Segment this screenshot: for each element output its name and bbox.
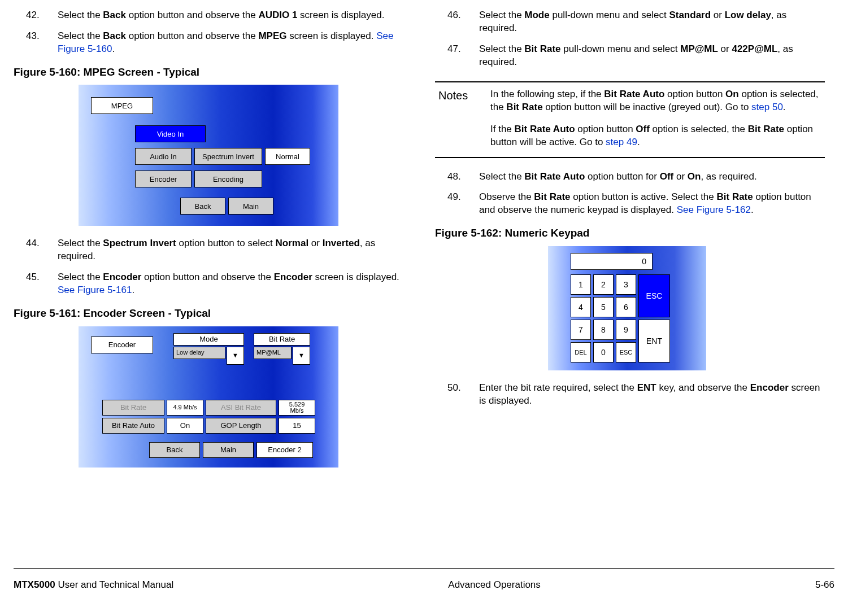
keypad-esc-small[interactable]: ESC [616, 342, 636, 362]
keypad-4[interactable]: 4 [571, 297, 591, 317]
mode-value: Low delay [173, 347, 225, 359]
step-body: Select the Mode pull-down menu and selec… [479, 9, 825, 35]
bitrate-profile-dropdown-arrow[interactable]: ▼ [293, 347, 310, 365]
keypad-9[interactable]: 9 [616, 320, 636, 340]
mode-dropdown-arrow[interactable]: ▼ [227, 347, 244, 365]
step-number: 45. [14, 271, 58, 297]
bit-rate-auto-button[interactable]: Bit Rate Auto [102, 418, 164, 434]
encoding-button[interactable]: Encoding [194, 171, 262, 187]
step-number: 44. [14, 237, 58, 263]
main-button[interactable]: Main [228, 198, 273, 215]
keypad-del[interactable]: DEL [571, 342, 591, 362]
step-46: 46. Select the Mode pull-down menu and s… [435, 9, 825, 35]
figure-5-160-mpeg-screen: MPEG Video In Audio In Spectrum Invert N… [79, 85, 338, 226]
step-body: Select the Encoder option button and obs… [58, 271, 403, 297]
step-body: Select the Spectrum Invert option button… [58, 237, 403, 263]
step-43: 43. Select the Back option button and ob… [14, 30, 403, 56]
step-42: 42. Select the Back option button and ob… [14, 9, 403, 22]
main-button[interactable]: Main [203, 442, 254, 458]
bit-rate-value: 4.9 Mb/s [167, 400, 203, 416]
notes-block: Notes In the following step, if the Bit … [435, 81, 825, 158]
step-number: 49. [435, 191, 479, 217]
step-body: Select the Back option button and observ… [58, 9, 403, 22]
encoder-2-button[interactable]: Encoder 2 [256, 442, 313, 458]
step-number: 47. [435, 43, 479, 69]
notes-body: In the following step, if the Bit Rate A… [490, 88, 825, 149]
step-number: 42. [14, 9, 58, 22]
step-body: Select the Bit Rate Auto option button f… [479, 171, 825, 184]
step-48: 48. Select the Bit Rate Auto option butt… [435, 171, 825, 184]
step-47: 47. Select the Bit Rate pull-down menu a… [435, 43, 825, 69]
figure-5-161-encoder-screen: Encoder Mode Bit Rate Low delay ▼ MP@ML … [79, 326, 338, 468]
steps-42-43: 42. Select the Back option button and ob… [14, 9, 403, 56]
see-figure-link[interactable]: See Figure 5-162 [677, 204, 751, 215]
gop-length-value: 15 [279, 418, 315, 434]
keypad-7[interactable]: 7 [571, 320, 591, 340]
step-body: Enter the bit rate required, select the … [479, 382, 825, 408]
step-body: Observe the Bit Rate option button is ac… [479, 191, 825, 217]
encoder-button[interactable]: Encoder [135, 171, 192, 187]
keypad-2[interactable]: 2 [593, 274, 614, 295]
bit-rate-button-disabled: Bit Rate [102, 400, 164, 416]
footer-center: Advanced Operations [448, 579, 541, 592]
keypad-6[interactable]: 6 [616, 297, 636, 317]
step-number: 50. [435, 382, 479, 408]
video-in-button[interactable]: Video In [135, 125, 206, 142]
keypad-1[interactable]: 1 [571, 274, 591, 295]
keypad-3[interactable]: 3 [616, 274, 636, 295]
see-figure-link[interactable]: See Figure 5-161 [58, 285, 132, 295]
footer-page-number: 5-66 [815, 579, 834, 592]
footer-left: MTX5000 User and Technical Manual [14, 579, 173, 592]
step-body: Select the Back option button and observ… [58, 30, 403, 56]
step-body: Select the Bit Rate pull-down menu and s… [479, 43, 825, 69]
keypad-5[interactable]: 5 [593, 297, 614, 317]
steps-46-47: 46. Select the Mode pull-down menu and s… [435, 9, 825, 69]
step-44: 44. Select the Spectrum Invert option bu… [14, 237, 403, 263]
step-50-link[interactable]: step 50 [751, 102, 783, 112]
mode-label: Mode [173, 333, 244, 346]
steps-50: 50. Enter the bit rate required, select … [435, 382, 825, 408]
figure-5-162-numeric-keypad: 0 1 2 3 4 5 6 ESC 7 8 9 ENT DEL 0 ESC [548, 246, 706, 370]
asi-bit-rate-value: 5.529 Mb/s [279, 400, 315, 416]
step-number: 48. [435, 171, 479, 184]
steps-48-49: 48. Select the Bit Rate Auto option butt… [435, 171, 825, 217]
figure-5-160-caption: Figure 5-160: MPEG Screen - Typical [14, 65, 403, 80]
keypad-ent[interactable]: ENT [638, 320, 670, 362]
spectrum-invert-value: Normal [265, 148, 310, 165]
back-button[interactable]: Back [180, 198, 225, 215]
keypad-8[interactable]: 8 [593, 320, 614, 340]
figure-5-162-caption: Figure 5-162: Numeric Keypad [435, 226, 825, 241]
bit-rate-profile-label: Bit Rate [254, 333, 310, 346]
keypad-display: 0 [571, 253, 653, 270]
notes-label: Notes [435, 88, 479, 149]
figure-5-161-caption: Figure 5-161: Encoder Screen - Typical [14, 306, 403, 321]
left-column: 42. Select the Back option button and ob… [14, 9, 403, 562]
steps-44-45: 44. Select the Spectrum Invert option bu… [14, 237, 403, 297]
spectrum-invert-button[interactable]: Spectrum Invert [194, 148, 262, 165]
audio-in-button[interactable]: Audio In [135, 148, 192, 165]
step-50: 50. Enter the bit rate required, select … [435, 382, 825, 408]
page-footer: MTX5000 User and Technical Manual Advanc… [14, 568, 834, 592]
step-number: 46. [435, 9, 479, 35]
asi-bit-rate-button-disabled: ASI Bit Rate [206, 400, 276, 416]
step-45: 45. Select the Encoder option button and… [14, 271, 403, 297]
bit-rate-auto-value: On [167, 418, 203, 434]
keypad-esc-large[interactable]: ESC [638, 274, 670, 317]
bitrate-profile-value: MP@ML [254, 347, 292, 359]
step-number: 43. [14, 30, 58, 56]
encoder-title-chip: Encoder [91, 337, 153, 353]
mpeg-title-chip: MPEG [91, 97, 153, 114]
right-column: 46. Select the Mode pull-down menu and s… [435, 9, 825, 562]
step-49: 49. Observe the Bit Rate option button i… [435, 191, 825, 217]
back-button[interactable]: Back [149, 442, 200, 458]
step-49-link[interactable]: step 49 [606, 137, 637, 147]
keypad-0[interactable]: 0 [593, 342, 614, 362]
gop-length-button[interactable]: GOP Length [206, 418, 276, 434]
